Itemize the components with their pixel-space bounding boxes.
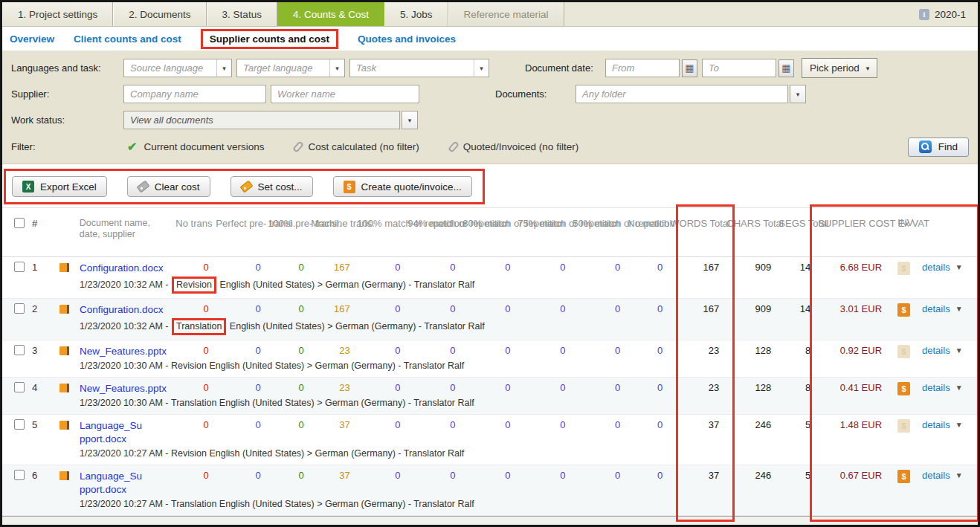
invoice-icon[interactable]: $ — [897, 345, 910, 358]
header-94-match[interactable]: 94% match or repetition — [407, 218, 462, 229]
header-50-match[interactable]: 50% match or repetition — [573, 218, 628, 229]
tab-status[interactable]: 3. Status — [207, 2, 277, 26]
filter-chip-current-versions[interactable]: ✔ Current document versions — [127, 140, 264, 154]
header-number[interactable]: # — [32, 218, 53, 229]
header-75-match[interactable]: 75% match or repetition — [518, 218, 573, 229]
company-name-field[interactable] — [123, 85, 266, 103]
date-from-input[interactable] — [606, 59, 679, 77]
chevron-down-icon[interactable]: ▼ — [955, 305, 963, 313]
details-link[interactable]: details — [922, 382, 950, 393]
document-name-link[interactable]: Language_Su — [80, 419, 176, 433]
pick-period-button[interactable]: Pick period ▾ — [802, 58, 877, 78]
target-language-select[interactable]: Target language ▾ — [236, 59, 345, 77]
subtab-overview[interactable]: Overview — [10, 33, 54, 45]
details-link[interactable]: details — [922, 345, 950, 356]
details-link[interactable]: details — [922, 303, 950, 314]
header-machine-trans[interactable]: Machine trans. — [311, 218, 357, 229]
header-supplier-cost[interactable]: SUPPLIER COST Ex VAT — [818, 218, 892, 229]
chevron-down-icon[interactable]: ▾ — [790, 85, 806, 103]
header-perfect-pretransl[interactable]: Perfect pre- transl. — [216, 218, 268, 229]
worker-name-field[interactable] — [271, 85, 419, 103]
row-checkbox[interactable] — [14, 303, 25, 314]
document-name-link[interactable]: Language_Su — [80, 470, 176, 483]
export-excel-button[interactable]: X Export Excel — [12, 176, 107, 197]
invoice-icon[interactable]: $ — [897, 262, 910, 275]
invoice-icon[interactable]: $ — [897, 303, 910, 317]
chevron-down-icon[interactable]: ▾ — [474, 59, 489, 77]
cell-pre100: 0 — [268, 382, 312, 393]
find-button[interactable]: Find — [908, 138, 969, 157]
details-link[interactable]: details — [922, 419, 950, 430]
task-select[interactable]: Task ▾ — [349, 59, 489, 77]
row-checkbox[interactable] — [14, 262, 25, 272]
chevron-down-icon[interactable]: ▾ — [329, 59, 344, 77]
supplier-label: Supplier: — [2, 88, 123, 100]
row-checkbox[interactable] — [14, 419, 25, 430]
create-quote-invoice-button[interactable]: $ Create quote/invoice... — [333, 176, 472, 197]
header-80-match[interactable]: 80% match or repetition — [462, 218, 518, 229]
filter-chip-cost-calculated[interactable]: Cost calculated (no filter) — [295, 141, 419, 152]
tab-project-settings[interactable]: 1. Project settings — [2, 2, 113, 26]
row-checkbox[interactable] — [14, 470, 25, 480]
date-to-input[interactable] — [703, 59, 776, 77]
work-status-select[interactable]: View all documents — [123, 111, 400, 129]
clear-cost-button[interactable]: Clear cost — [127, 176, 210, 197]
header-segs-total[interactable]: SEGS Total — [778, 218, 818, 229]
company-name-input[interactable] — [124, 85, 265, 103]
header-words-total[interactable]: WORDS Total — [670, 218, 726, 229]
chevron-down-icon[interactable]: ▼ — [955, 384, 963, 392]
header-chars-total[interactable]: CHARS Total — [726, 218, 778, 229]
date-to-field[interactable] — [702, 59, 776, 77]
header-100-match[interactable]: 100% match or repetition — [357, 218, 407, 229]
cell-pre100: 0 — [268, 470, 312, 481]
invoice-icon[interactable]: $ — [897, 419, 910, 433]
header-no-trans[interactable]: No trans — [175, 218, 216, 229]
invoice-icon[interactable]: $ — [897, 470, 910, 483]
cell-supplier-cost: 1.48 EUR — [818, 419, 892, 430]
tab-jobs[interactable]: 5. Jobs — [384, 2, 448, 26]
row-checkbox[interactable] — [14, 382, 25, 392]
worker-name-input[interactable] — [271, 85, 419, 103]
chevron-down-icon[interactable]: ▼ — [955, 421, 963, 429]
cell-perfect: 0 — [216, 470, 268, 481]
chevron-down-icon[interactable]: ▾ — [402, 111, 418, 129]
document-name-link[interactable]: Configuration.docx — [80, 303, 176, 317]
source-language-select[interactable]: Source language ▾ — [123, 59, 232, 77]
cell-words: 37 — [670, 470, 726, 481]
select-all-checkbox[interactable] — [14, 218, 25, 228]
subtab-supplier-counts[interactable]: Supplier counts and cost — [210, 33, 329, 45]
header-100-pretransl[interactable]: 100% pre- transl. — [268, 218, 311, 229]
subtab-quotes-invoices[interactable]: Quotes and invoices — [358, 33, 456, 45]
chevron-down-icon[interactable]: ▼ — [955, 471, 963, 479]
documents-folder-select[interactable]: Any folder — [576, 85, 788, 103]
document-name-link[interactable]: Configuration.docx — [80, 262, 176, 275]
details-link[interactable]: details — [922, 470, 950, 481]
header-document-name[interactable]: Document name, date, supplier — [80, 218, 176, 240]
total-pre100: 0 — [268, 523, 312, 527]
filter-chip-quoted-invoiced[interactable]: Quoted/Invoiced (no filter) — [451, 141, 578, 152]
header-no-match[interactable]: No match — [628, 218, 670, 229]
document-name-link[interactable]: New_Features.pptx — [80, 345, 176, 358]
document-name-link[interactable]: New_Features.pptx — [80, 382, 176, 395]
calendar-icon[interactable]: ▦ — [682, 59, 697, 77]
set-cost-button[interactable]: Set cost... — [231, 176, 313, 197]
document-name-link-wrap[interactable]: pport.docx — [80, 433, 176, 446]
details-link[interactable]: details — [922, 262, 950, 273]
header-inv[interactable]: INV — [892, 218, 922, 229]
chevron-down-icon[interactable]: ▼ — [955, 346, 963, 355]
date-from-field[interactable] — [605, 59, 680, 77]
cell-m94: 0 — [408, 262, 463, 273]
table-row: 5 Language_Su pport.docx 0 0 0 37 0 0 0 … — [2, 415, 978, 465]
subtab-client-counts[interactable]: Client counts and cost — [74, 33, 181, 45]
row-checkbox[interactable] — [14, 345, 25, 355]
tab-documents[interactable]: 2. Documents — [113, 2, 206, 26]
invoice-icon[interactable]: $ — [897, 382, 910, 395]
chevron-down-icon[interactable]: ▾ — [216, 59, 231, 77]
chevron-down-icon[interactable]: ▼ — [955, 263, 963, 271]
document-name-link-wrap[interactable]: pport.docx — [80, 483, 176, 497]
task-annotation: Revision — [171, 360, 207, 372]
calendar-icon[interactable]: ▦ — [778, 59, 794, 77]
tab-counts-and-cost[interactable]: 4. Counts & Cost — [277, 2, 384, 26]
tab-reference-material[interactable]: Reference material — [448, 2, 564, 26]
main-tab-bar: 1. Project settings 2. Documents 3. Stat… — [2, 2, 978, 27]
